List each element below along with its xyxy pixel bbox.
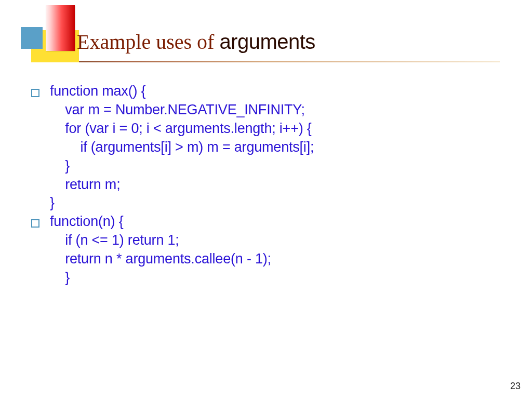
page-number: 23	[510, 381, 521, 392]
slide: Example uses of arguments function max()…	[0, 0, 532, 399]
blue-square-icon	[21, 27, 43, 49]
code-block: function max() { var m = Number.NEGATIVE…	[50, 82, 511, 212]
red-gradient-bar-icon	[46, 5, 75, 51]
slide-title: Example uses of arguments	[77, 30, 315, 54]
slide-content: function max() { var m = Number.NEGATIVE…	[27, 82, 511, 287]
bullet-item: function max() { var m = Number.NEGATIVE…	[27, 82, 511, 212]
bullet-list: function max() { var m = Number.NEGATIVE…	[27, 82, 511, 287]
title-underline	[32, 61, 500, 62]
title-prefix: Example uses of	[77, 30, 219, 54]
bullet-item: function(n) { if (n <= 1) return 1; retu…	[27, 212, 511, 287]
title-keyword: arguments	[219, 30, 315, 53]
code-block: function(n) { if (n <= 1) return 1; retu…	[50, 212, 511, 287]
